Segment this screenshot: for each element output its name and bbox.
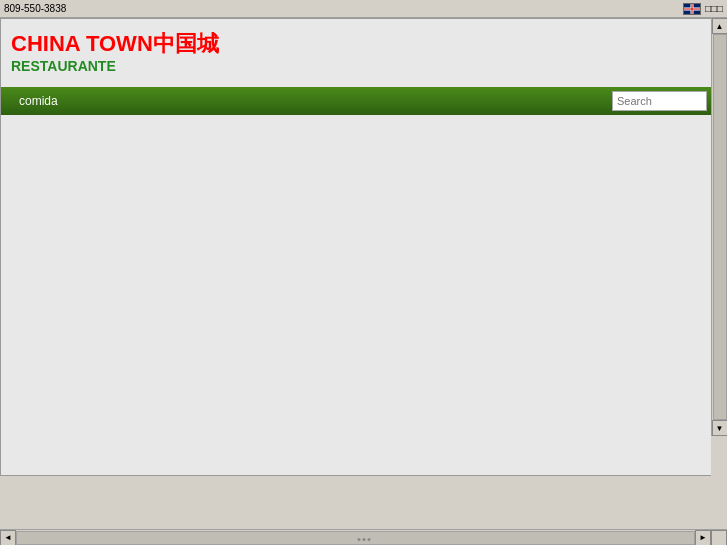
scrollbar-corner (711, 530, 727, 546)
language-selector[interactable]: □□□ (705, 3, 723, 14)
horizontal-scroll-track[interactable] (16, 531, 695, 545)
browser-top-bar: 809-550-3838 □□□ (0, 0, 727, 18)
scroll-left-arrow[interactable]: ◄ (0, 530, 16, 546)
phone-number: 809-550-3838 (4, 3, 66, 14)
scroll-down-arrow[interactable]: ▼ (712, 420, 728, 436)
main-content: CHINA TOWN中国城 RESTAURANTE comida (0, 18, 711, 476)
header: CHINA TOWN中国城 RESTAURANTE (1, 19, 711, 87)
content-wrapper: CHINA TOWN中国城 RESTAURANTE comida (0, 18, 711, 529)
scroll-right-arrow[interactable]: ► (695, 530, 711, 546)
bottom-bar: ◄ ► (0, 529, 727, 545)
search-area (612, 91, 707, 111)
flag-icon (683, 3, 701, 15)
nav-bar: comida (1, 87, 711, 115)
scroll-up-arrow[interactable]: ▲ (712, 18, 728, 34)
page-body (1, 115, 711, 475)
search-input[interactable] (612, 91, 707, 111)
browser-window: 809-550-3838 □□□ CHINA TOWN中国城 RESTAURAN… (0, 0, 727, 545)
browser-icons: □□□ (683, 3, 723, 15)
logo-subtitle: RESTAURANTE (11, 58, 219, 74)
scroll-track[interactable] (713, 34, 727, 420)
nav-item-comida[interactable]: comida (11, 92, 66, 110)
resize-handle (357, 538, 370, 541)
logo-area: CHINA TOWN中国城 RESTAURANTE (11, 32, 219, 74)
logo-title: CHINA TOWN中国城 (11, 32, 219, 56)
right-scrollbar: ▲ ▼ (711, 18, 727, 436)
